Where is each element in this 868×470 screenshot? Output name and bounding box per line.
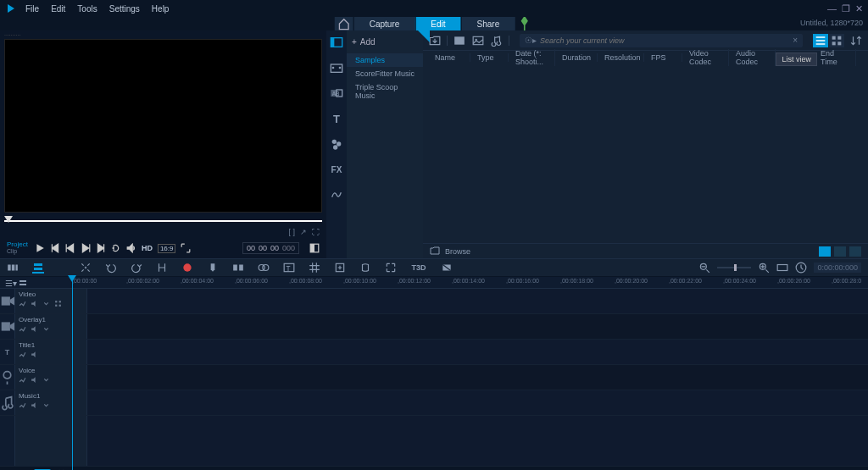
col-duration[interactable]: Duration [555,53,598,62]
track-control-icon[interactable] [42,300,50,307]
timecode-display[interactable]: 000000000 [242,242,299,254]
mark-in-out-icon[interactable] [156,262,168,274]
filter-audio-icon[interactable] [490,35,504,47]
timeline-ruler[interactable]: ☰▾ ,00:00:00,00:00:02:00,00:00:04:00,00:… [0,277,868,289]
transition-tool-icon[interactable] [258,262,270,274]
browse-label[interactable]: Browse [445,247,470,256]
redo-icon[interactable] [131,262,142,274]
col-vcodec[interactable]: Video Codec [682,49,729,66]
next-frame-icon[interactable] [81,243,91,253]
import-icon[interactable] [428,35,442,47]
3d-title-icon[interactable]: T3D [410,262,427,274]
track-type-icon[interactable] [0,314,15,339]
track-body[interactable] [87,314,868,339]
volume-icon[interactable] [126,243,136,253]
track-control-icon[interactable] [31,325,38,333]
clock-icon[interactable] [795,262,807,274]
track-control-icon[interactable] [31,376,38,384]
record-icon[interactable] [181,262,193,274]
zoom-slider[interactable] [717,267,751,268]
menu-settings[interactable]: Settings [109,4,140,14]
track-type-icon[interactable]: T [0,340,15,364]
list-view-icon[interactable] [813,34,828,47]
dock-icon[interactable] [309,243,320,253]
track-header[interactable]: Video [15,289,87,313]
tab-edit[interactable]: Edit [415,17,460,30]
hd-badge[interactable]: HD [142,244,153,252]
prev-frame-icon[interactable] [65,243,75,253]
title-add-icon[interactable]: T [283,262,295,274]
home-tab-icon[interactable] [335,17,353,30]
col-date[interactable]: Date (*: Shooti... [509,49,555,66]
undo-icon[interactable] [105,262,117,274]
chapter-icon[interactable] [359,262,371,274]
expand-icon[interactable] [181,243,191,253]
grid-tool-icon[interactable] [309,262,320,274]
mode-toggle[interactable]: Project Clip [7,241,28,255]
timeline-timecode[interactable]: 0:00:00:000 [814,263,861,273]
mask-icon[interactable] [441,262,453,274]
menu-tools[interactable]: Tools [77,4,97,14]
arrow-nav-icon[interactable]: ↗ [300,228,307,236]
col-resolution[interactable]: Resolution [598,53,644,62]
track-header[interactable]: Voice [15,365,87,390]
panel-options-icon[interactable] [849,246,861,257]
track-control-icon[interactable] [19,300,26,307]
sound-library-tab-icon[interactable] [330,61,343,75]
col-acodec[interactable]: Audio Codec [729,49,776,66]
track-body[interactable] [87,365,868,390]
col-endtime[interactable]: End Time [814,49,856,66]
split-icon[interactable] [232,262,244,274]
track-control-icon[interactable] [31,351,38,358]
fx-tab-icon[interactable]: FX [330,163,343,176]
col-name[interactable]: Name [428,53,470,62]
col-type[interactable]: Type [470,53,509,62]
ruler-menu-icon[interactable]: ☰▾ [5,279,14,287]
title-tab-icon[interactable]: T [330,112,343,125]
zoom-in-icon[interactable] [758,262,770,274]
options-icon[interactable] [80,262,92,274]
grid-view-icon[interactable] [829,34,844,47]
preview-viewport[interactable] [4,39,322,213]
library-empty-area[interactable] [423,64,868,243]
store-icon[interactable] [515,17,533,30]
marker-add-icon[interactable] [207,262,219,274]
menu-edit[interactable]: Edit [51,4,65,14]
track-control-icon[interactable] [42,401,50,409]
track-control-icon[interactable] [19,351,26,358]
playhead-line[interactable] [72,277,73,470]
expand-tool-icon[interactable] [385,262,397,274]
panel-layout-2-icon[interactable] [834,246,846,257]
track-control-icon[interactable] [19,401,26,409]
col-fps[interactable]: FPS [644,53,682,62]
restore-icon[interactable]: ❐ [842,3,850,14]
close-icon[interactable]: ✕ [855,3,863,14]
storyboard-view-icon[interactable] [7,262,19,274]
graphics-tab-icon[interactable] [330,137,343,151]
track-type-icon[interactable] [0,365,15,390]
scrub-handle-icon[interactable] [4,216,13,224]
track-body[interactable] [87,390,868,415]
track-control-icon[interactable] [54,300,62,307]
filter-video-icon[interactable] [453,35,466,47]
expand-preview-icon[interactable]: ⛶ [312,228,320,236]
track-control-icon[interactable] [19,376,26,384]
track-header[interactable]: Music1 [15,390,87,415]
clear-search-icon[interactable]: × [793,36,798,45]
track-control-icon[interactable] [31,401,38,409]
browse-icon[interactable] [430,246,440,257]
menu-help[interactable]: Help [152,4,170,14]
play-icon[interactable] [35,243,45,253]
track-control-icon[interactable] [42,376,50,384]
preview-scrubber[interactable] [4,216,322,226]
timeline-scrollbar[interactable]: ◀ ▶ [0,467,868,470]
search-input[interactable] [540,36,789,45]
track-body[interactable] [87,340,868,364]
minimize-icon[interactable]: — [827,3,837,14]
track-control-icon[interactable] [19,325,26,333]
search-box[interactable]: ☉▸ × [520,34,803,47]
menu-file[interactable]: File [25,4,39,14]
aspect-ratio-badge[interactable]: 16:9 [158,244,176,253]
folder-samples[interactable]: Samples [347,53,423,67]
folder-scorefitter[interactable]: ScoreFitter Music [347,67,423,80]
